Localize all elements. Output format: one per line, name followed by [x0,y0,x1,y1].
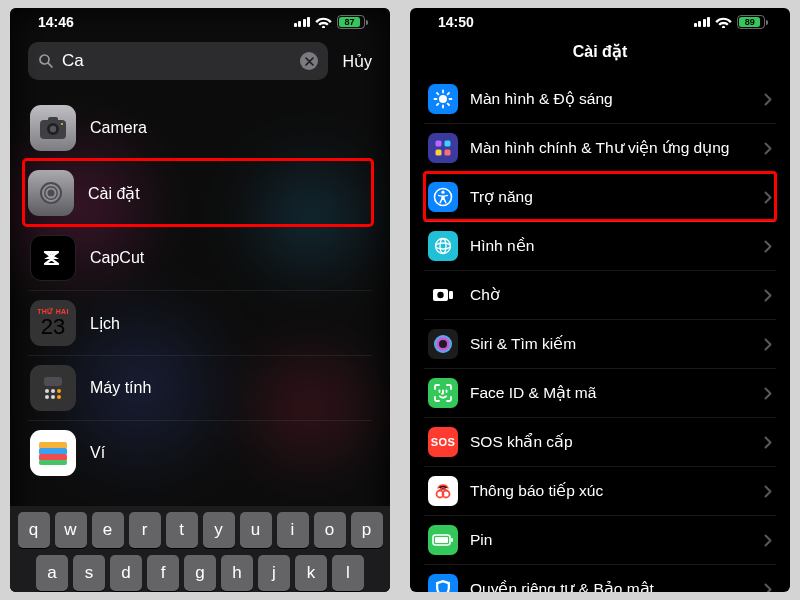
svg-rect-50 [435,537,448,543]
key-g[interactable]: g [184,555,216,591]
key-d[interactable]: d [110,555,142,591]
wallpaper-icon [428,231,458,261]
settings-row-label: Face ID & Mật mã [470,384,752,403]
search-result-label: CapCut [90,249,144,267]
svg-rect-31 [445,141,451,147]
settings-row-privacy[interactable]: Quyền riêng tư & Bảo mật [424,564,776,592]
svg-point-37 [436,243,451,249]
search-input[interactable] [62,51,292,71]
standby-icon [428,280,458,310]
settings-row-display[interactable]: Màn hình & Độ sáng [424,75,776,123]
svg-point-15 [57,389,61,393]
key-a[interactable]: a [36,555,68,591]
spotlight-search-field[interactable] [28,42,328,80]
search-result-settings[interactable]: Cài đặt [24,160,372,225]
search-result-label: Ví [90,444,105,462]
homescreen-icon [428,133,458,163]
cancel-button[interactable]: Hủy [342,52,372,71]
exposure-icon [428,476,458,506]
settings-row-label: Trợ năng [470,188,752,207]
key-f[interactable]: f [147,555,179,591]
capcut-icon [30,235,76,281]
page-title: Cài đặt [410,32,790,75]
key-i[interactable]: i [277,512,309,548]
svg-rect-19 [39,454,67,461]
svg-point-14 [51,395,55,399]
search-result-calendar[interactable]: THỨ HAI23Lịch [28,290,372,355]
svg-point-6 [61,123,63,125]
key-p[interactable]: p [351,512,383,548]
settings-row-homescreen[interactable]: Màn hình chính & Thư viện ứng dụng [424,123,776,172]
right-phone-frame: 14:50 89 Cài đặt Màn hình & Độ sángMàn h… [410,8,790,592]
settings-list: Màn hình & Độ sángMàn hình chính & Thư v… [410,75,790,592]
chevron-right-icon [764,387,772,400]
chevron-right-icon [764,191,772,204]
search-result-wallet[interactable]: Ví [28,420,372,485]
search-result-capcut[interactable]: CapCut [28,225,372,290]
battery-indicator: 89 [737,15,768,29]
settings-row-label: Pin [470,531,752,550]
chevron-right-icon [764,289,772,302]
settings-row-label: Quyền riêng tư & Bảo mật [470,580,752,592]
key-s[interactable]: s [73,555,105,591]
settings-row-label: Màn hình & Độ sáng [470,90,752,109]
svg-line-1 [48,63,52,67]
search-result-calculator[interactable]: Máy tính [28,355,372,420]
key-y[interactable]: y [203,512,235,548]
settings-row-faceid[interactable]: Face ID & Mật mã [424,368,776,417]
faceid-icon [428,378,458,408]
svg-line-26 [437,93,438,94]
clear-search-button[interactable] [300,52,318,70]
key-t[interactable]: t [166,512,198,548]
svg-rect-30 [436,141,442,147]
settings-row-siri[interactable]: Siri & Tìm kiếm [424,319,776,368]
settings-row-label: SOS khẩn cấp [470,433,752,452]
search-icon [38,53,54,69]
svg-rect-17 [39,442,67,449]
svg-rect-33 [445,150,451,156]
search-result-camera[interactable]: Camera [28,96,372,160]
tutorial-two-up: 14:46 87 Hủy [0,0,800,600]
chevron-right-icon [764,583,772,593]
settings-row-label: Hình nền [470,237,752,256]
chevron-right-icon [764,240,772,253]
search-result-label: Camera [90,119,147,137]
status-time: 14:50 [438,14,474,30]
svg-rect-10 [44,377,62,386]
keyboard[interactable]: qwertyuiop asdfghjkl [10,506,390,592]
key-h[interactable]: h [221,555,253,591]
search-result-label: Máy tính [90,379,151,397]
svg-point-40 [437,292,443,298]
chevron-right-icon [764,534,772,547]
calculator-icon [30,365,76,411]
settings-row-exposure[interactable]: Thông báo tiếp xúc [424,466,776,515]
privacy-icon [428,574,458,592]
key-l[interactable]: l [332,555,364,591]
chevron-right-icon [764,436,772,449]
key-u[interactable]: u [240,512,272,548]
settings-row-standby[interactable]: Chờ [424,270,776,319]
search-result-label: Cài đặt [88,184,140,203]
key-o[interactable]: o [314,512,346,548]
key-e[interactable]: e [92,512,124,548]
settings-row-sos[interactable]: SOSSOS khẩn cấp [424,417,776,466]
settings-row-wallpaper[interactable]: Hình nền [424,221,776,270]
cellular-signal-icon [294,17,311,27]
settings-row-accessibility[interactable]: Trợ năng [424,172,776,221]
chevron-right-icon [764,93,772,106]
battery-indicator: 87 [337,15,368,29]
settings-row-battery[interactable]: Pin [424,515,776,564]
svg-rect-41 [449,291,453,299]
svg-rect-3 [48,117,58,122]
svg-point-16 [57,395,61,399]
chevron-right-icon [764,485,772,498]
key-r[interactable]: r [129,512,161,548]
key-k[interactable]: k [295,555,327,591]
key-w[interactable]: w [55,512,87,548]
svg-line-27 [448,104,449,105]
key-j[interactable]: j [258,555,290,591]
search-results-list: CameraCài đặtCapCutTHỨ HAI23LịchMáy tính… [10,88,390,485]
svg-point-12 [51,389,55,393]
sos-icon: SOS [428,427,458,457]
key-q[interactable]: q [18,512,50,548]
